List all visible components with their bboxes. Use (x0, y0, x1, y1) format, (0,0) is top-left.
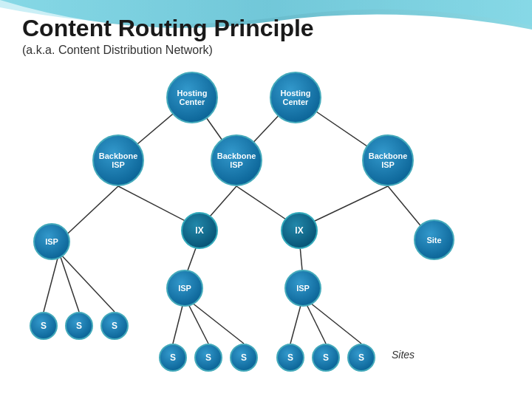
s-node-8: S (312, 344, 340, 372)
ix-node-2: IX (281, 212, 318, 249)
s-node-4: S (159, 344, 187, 372)
s-node-2: S (65, 312, 93, 340)
page-subtitle: (a.k.a. Content Distribution Network) (22, 44, 510, 57)
s-node-5: S (194, 344, 222, 372)
s-node-1: S (30, 312, 58, 340)
backbone-isp-1: Backbone ISP (92, 134, 144, 186)
s-node-6: S (230, 344, 258, 372)
isp-top-left: ISP (33, 223, 70, 260)
isp-mid-2: ISP (284, 270, 321, 307)
svg-line-10 (44, 253, 59, 312)
backbone-isp-3: Backbone ISP (362, 134, 414, 186)
hosting-center-1: Hosting Center (166, 72, 218, 123)
site-node: Site (414, 219, 454, 260)
s-node-7: S (276, 344, 304, 372)
diagram-lines (22, 72, 510, 360)
s-node-9: S (347, 344, 375, 372)
sites-label: Sites (392, 349, 415, 361)
svg-line-12 (59, 253, 115, 312)
backbone-isp-2: Backbone ISP (211, 134, 262, 186)
svg-line-11 (59, 253, 79, 312)
hosting-center-2: Hosting Center (270, 72, 321, 123)
page-title: Content Routing Principle (22, 15, 510, 42)
s-node-3: S (100, 312, 129, 340)
ix-node-1: IX (181, 212, 218, 249)
diagram-container: Hosting Center Hosting Center Backbone I… (22, 72, 510, 360)
isp-mid-1: ISP (166, 270, 203, 307)
